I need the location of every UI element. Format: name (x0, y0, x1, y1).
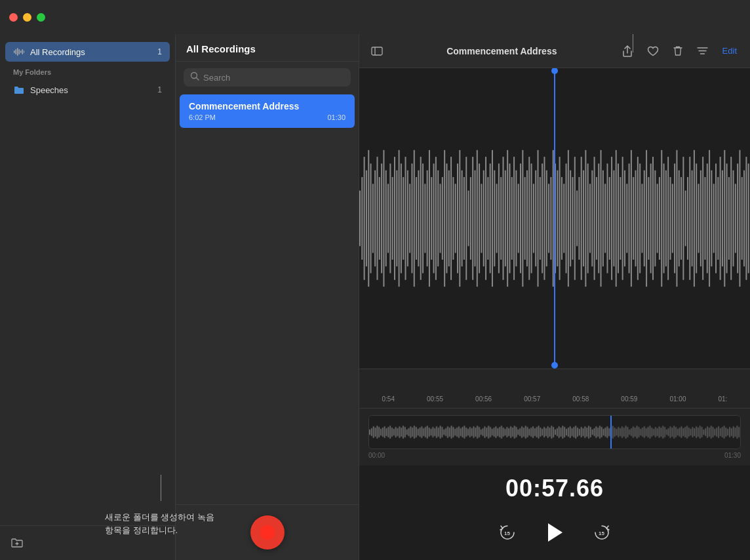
callout-top-line (633, 33, 633, 52)
middle-panel-header: All Recordings (176, 34, 359, 62)
ruler-labels: 0:54 00:55 00:56 00:57 00:58 00:59 01:00… (359, 395, 750, 403)
playhead[interactable] (554, 68, 555, 369)
my-folders-section-label: My Folders (0, 63, 175, 79)
svg-line-10 (197, 78, 199, 81)
callout-bottom-line-marker (161, 475, 161, 501)
sidebar-item-speeches[interactable]: Speeches 1 (5, 80, 170, 100)
recording-duration: 01:30 (327, 113, 345, 121)
overview-section: 00:00 01:30 (359, 408, 750, 466)
search-icon (190, 71, 199, 83)
rewind-button[interactable]: 15 (494, 519, 521, 546)
toolbar-center: Commencement Address (385, 46, 618, 56)
ruler-label-4: 00:58 (572, 395, 589, 403)
sidebar-toggle-button[interactable] (368, 44, 385, 58)
recording-time: 6:02 PM (189, 113, 216, 121)
svg-text:15: 15 (599, 530, 604, 536)
waveform-icon (13, 46, 25, 58)
all-recordings-count: 1 (157, 47, 162, 56)
close-button[interactable] (9, 13, 18, 22)
recording-meta: 6:02 PM 01:30 (189, 113, 345, 121)
ruler-label-3: 00:57 (524, 395, 540, 403)
favorite-button[interactable] (643, 43, 663, 59)
edit-button[interactable]: Edit (719, 43, 741, 58)
middle-panel-footer (176, 504, 359, 560)
forward-button[interactable]: 15 (589, 519, 615, 546)
toolbar-title: Commencement Address (446, 46, 557, 56)
record-button[interactable] (250, 515, 285, 550)
svg-rect-1 (16, 49, 17, 54)
filter-button[interactable] (693, 44, 712, 58)
delete-button[interactable] (669, 43, 686, 59)
svg-rect-5 (22, 49, 24, 54)
search-bar (184, 68, 351, 87)
overview-time-end: 01:30 (724, 452, 741, 459)
ruler-label-5: 00:59 (621, 395, 637, 403)
ruler-label-0: 0:54 (382, 395, 395, 403)
timeline-ruler: 0:54 00:55 00:56 00:57 00:58 00:59 01:00… (359, 369, 750, 408)
maximize-button[interactable] (37, 13, 45, 22)
titlebar (0, 0, 750, 34)
sidebar-item-all-recordings[interactable]: All Recordings 1 (5, 42, 170, 62)
svg-rect-2 (17, 48, 18, 56)
main-content: Commencement Address (359, 34, 750, 560)
ruler-label-1: 00:55 (427, 395, 443, 403)
left-sidebar: All Recordings 1 My Folders Speeches 1 (0, 34, 176, 560)
ruler-label-2: 00:56 (475, 395, 492, 403)
main-toolbar: Commencement Address (359, 34, 750, 68)
playback-controls: 15 15 (359, 509, 750, 560)
toolbar-right: Edit (618, 43, 741, 60)
svg-text:15: 15 (504, 530, 510, 536)
toolbar-left (368, 44, 385, 58)
sidebar-content: All Recordings 1 My Folders Speeches 1 (0, 34, 175, 525)
timestamp-display: 00:57.66 (359, 466, 750, 509)
record-btn-inner (260, 525, 275, 540)
svg-rect-0 (14, 50, 15, 53)
minimize-button[interactable] (23, 13, 31, 22)
svg-rect-6 (24, 50, 24, 53)
mini-waveform[interactable] (368, 415, 741, 449)
mini-playhead (610, 416, 612, 449)
sidebar-footer (0, 525, 175, 560)
speeches-label: Speeches (30, 85, 157, 95)
svg-rect-3 (19, 49, 20, 54)
folder-icon (13, 84, 25, 96)
recording-item[interactable]: Commencement Address 6:02 PM 01:30 (180, 94, 355, 128)
all-recordings-label: All Recordings (30, 47, 157, 57)
middle-panel: All Recordings Commencement Address 6:02… (176, 34, 359, 560)
recording-title: Commencement Address (189, 101, 345, 111)
play-button[interactable] (539, 517, 570, 548)
playhead-bottom-dot (551, 362, 558, 369)
overview-time-start: 00:00 (368, 452, 385, 459)
mini-waveform-canvas (369, 416, 740, 449)
share-button[interactable] (618, 43, 637, 60)
waveform-area: 0:54 00:55 00:56 00:57 00:58 00:59 01:00… (359, 68, 750, 408)
current-time-display: 00:57.66 (505, 475, 604, 502)
traffic-lights (9, 13, 45, 22)
svg-rect-4 (20, 50, 22, 53)
recording-list: Commencement Address 6:02 PM 01:30 (176, 93, 359, 504)
ruler-label-7: 01: (719, 395, 728, 403)
ruler-label-6: 01:00 (669, 395, 686, 403)
search-input[interactable] (203, 73, 344, 83)
overview-time-labels: 00:00 01:30 (368, 452, 741, 459)
new-folder-button[interactable] (8, 534, 26, 552)
svg-rect-11 (372, 47, 382, 55)
speeches-count: 1 (157, 85, 162, 94)
